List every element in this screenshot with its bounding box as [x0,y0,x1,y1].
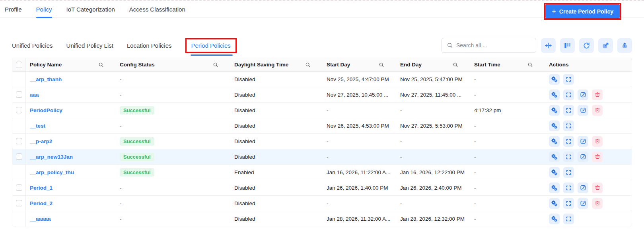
start-time-cell: - [470,196,545,211]
row-settings-button[interactable] [549,183,560,193]
column-search-icon[interactable] [305,62,311,68]
plus-icon: + [552,8,556,15]
start-day-cell: Jan 26, 2026, 1:40:00 PM [323,180,396,195]
daylight-saving-cell-value: Enabled [234,169,254,175]
daylight-saving-cell: Disabled [230,72,323,87]
create-period-policy-button[interactable]: + Create Period Policy [545,4,620,18]
table-row: PeriodPolicySuccessfulDisabled--4:17:32 … [12,103,632,118]
subtab-period-policies[interactable]: Period Policies [191,42,231,49]
row-settings-button[interactable] [549,74,560,85]
policy-name-link[interactable]: __test [30,123,45,129]
row-settings-button[interactable] [549,89,560,100]
column-search-icon[interactable] [98,62,104,68]
subtab-location-policies[interactable]: Location Policies [127,42,172,49]
annotation-box-period-policies: Period Policies [185,38,237,53]
row-expand-button[interactable] [563,183,574,193]
tab-profile[interactable]: Profile [5,1,22,17]
row-edit-button[interactable] [578,105,588,116]
subtab-unified-policies[interactable]: Unified Policies [12,42,53,49]
row-edit-button[interactable] [578,136,588,147]
secondary-tab-bar: Unified PoliciesUnified Policy ListLocat… [12,35,632,55]
row-expand-button[interactable] [563,105,574,116]
expand-arrow-icon [602,42,609,49]
tab-access-classification[interactable]: Access Classification [129,1,185,17]
actions-cell [545,165,632,180]
row-settings-button[interactable] [549,136,560,147]
row-delete-button[interactable] [592,105,603,116]
row-edit-button[interactable] [578,89,588,100]
row-delete-button[interactable] [592,136,603,147]
refresh-button[interactable] [579,38,594,53]
row-checkbox[interactable] [16,107,22,113]
table-row: Period_1-DisabledJan 26, 2026, 1:40:00 P… [12,180,632,196]
end-day-cell-value: Nov 27, 2025, 11:45:00 ... [400,92,461,98]
tab-policy[interactable]: Policy [36,1,52,17]
start-time-cell-value: - [474,123,476,129]
row-expand-button[interactable] [563,151,574,162]
tab-iot-categorization[interactable]: IoT Categorization [66,1,115,17]
policy-name-link[interactable]: __p-arp2 [30,138,52,144]
trash-icon [594,200,601,206]
column-label: Daylight Saving Time [234,62,288,68]
policy-name-link[interactable]: Period_1 [30,185,53,191]
open-expand-button[interactable] [598,38,613,53]
start-time-cell: - [470,149,545,164]
row-edit-button[interactable] [578,183,588,193]
row-edit-button[interactable] [578,198,588,209]
collapse-columns-button[interactable] [541,38,556,53]
policy-name-link[interactable]: aaa [30,92,39,98]
policy-name-cell: Period_1 [26,180,116,195]
row-checkbox[interactable] [16,138,22,144]
config-status-cell: - [116,211,230,227]
daylight-saving-cell-value: Disabled [234,123,255,129]
policy-name-link[interactable]: __arp_policy_thu [30,169,74,175]
search-input[interactable] [456,42,531,49]
row-expand-button[interactable] [563,167,574,178]
row-expand-button[interactable] [563,198,574,209]
end-day-cell-value: Nov 25, 2025, 5:47:00 PM [400,76,463,82]
end-day-cell: Nov 25, 2025, 5:47:00 PM [396,72,470,87]
row-settings-button[interactable] [549,167,560,178]
row-delete-button[interactable] [592,89,603,100]
row-checkbox-cell [12,165,26,180]
row-settings-button[interactable] [549,214,560,224]
policy-name-link[interactable]: Period_2 [30,200,53,206]
column-settings-button[interactable] [560,38,575,53]
policy-name-link[interactable]: __aaaaa [30,216,51,222]
row-delete-button[interactable] [592,183,603,193]
row-expand-button[interactable] [563,214,574,224]
row-checkbox[interactable] [16,200,22,206]
search-box[interactable] [442,38,536,53]
row-checkbox[interactable] [16,153,22,160]
upload-button[interactable] [617,38,632,53]
row-expand-button[interactable] [563,120,574,131]
status-badge: Successful [120,137,154,146]
row-settings-button[interactable] [549,120,560,131]
table-row: aaa-DisabledNov 27, 2025, 10:45:00 ...No… [12,87,632,103]
row-delete-button[interactable] [592,151,603,162]
row-checkbox[interactable] [16,185,22,191]
row-checkbox[interactable] [16,91,22,98]
edit-icon [580,153,586,160]
settings-gears-icon [551,107,558,114]
end-day-cell-value: Nov 27, 2025, 5:53:00 PM [400,123,463,129]
column-search-icon[interactable] [527,62,533,68]
policy-name-link[interactable]: __arp_thanh [30,76,62,82]
subtab-unified-policy-list[interactable]: Unified Policy List [66,42,113,49]
row-delete-button[interactable] [592,198,603,209]
row-checkbox-cell [12,103,26,118]
select-all-checkbox[interactable] [16,62,22,68]
row-settings-button[interactable] [549,151,560,162]
row-expand-button[interactable] [563,136,574,147]
row-settings-button[interactable] [549,198,560,209]
row-expand-button[interactable] [563,74,574,85]
row-edit-button[interactable] [578,151,588,162]
policy-name-link[interactable]: PeriodPolicy [30,107,62,113]
column-search-icon[interactable] [379,62,384,68]
column-search-icon[interactable] [213,62,218,68]
row-settings-button[interactable] [549,105,560,116]
column-search-icon[interactable] [453,62,458,68]
policy-name-link[interactable]: __arp_new13Jan [30,154,73,160]
start-day-cell: Nov 25, 2025, 4:47:00 PM [323,72,396,87]
row-expand-button[interactable] [563,89,574,100]
